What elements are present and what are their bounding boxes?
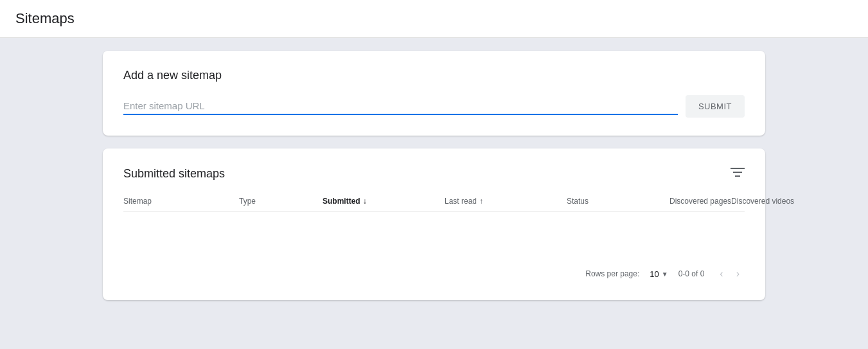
submitted-sort-desc-icon: ↓ (363, 197, 367, 206)
add-sitemap-form: SUBMIT (123, 95, 745, 118)
page-title: Sitemaps (15, 10, 75, 27)
pagination-next-button[interactable]: › (731, 265, 745, 282)
col-type[interactable]: Type (239, 197, 323, 206)
card-header-row: Submitted sitemaps (123, 166, 745, 181)
submit-button[interactable]: SUBMIT (686, 95, 745, 118)
rows-per-page-dropdown-icon: ▼ (662, 271, 668, 278)
add-sitemap-title: Add a new sitemap (123, 69, 745, 82)
last-read-sort-asc-icon: ↑ (479, 197, 483, 206)
page-wrapper: Sitemaps Add a new sitemap SUBMIT Submit… (0, 0, 868, 349)
col-discovered-videos-label: Discovered videos (731, 197, 794, 206)
col-submitted-label: Submitted (323, 197, 360, 206)
col-last-read-label: Last read (445, 197, 477, 206)
col-last-read[interactable]: Last read ↑ (445, 197, 567, 206)
col-discovered-pages[interactable]: Discovered pages (669, 197, 731, 206)
col-submitted[interactable]: Submitted ↓ (323, 197, 445, 206)
table-footer: Rows per page: 10 ▼ 0-0 of 0 ‹ › (123, 258, 745, 282)
rows-per-page-select[interactable]: 10 ▼ (650, 269, 668, 279)
table-header: Sitemap Type Submitted ↓ Last read ↑ (123, 192, 745, 211)
pagination-info: 0-0 of 0 (678, 269, 705, 278)
filter-icon[interactable] (731, 166, 745, 181)
page-content: Add a new sitemap SUBMIT Submitted sitem… (0, 38, 868, 349)
add-sitemap-card: Add a new sitemap SUBMIT (103, 51, 765, 136)
submitted-sitemaps-title: Submitted sitemaps (123, 167, 225, 181)
col-status-label: Status (567, 197, 589, 206)
table-body (123, 214, 745, 253)
page-header: Sitemaps (0, 0, 868, 38)
col-type-label: Type (239, 197, 256, 206)
col-discovered-videos[interactable]: Discovered videos (731, 197, 794, 206)
pagination-buttons: ‹ › (714, 265, 745, 282)
sitemap-url-input[interactable] (123, 98, 678, 115)
col-sitemap-label: Sitemap (123, 197, 152, 206)
sitemap-input-wrapper (123, 98, 678, 115)
rows-per-page-label: Rows per page: (585, 269, 639, 278)
col-status[interactable]: Status (567, 197, 669, 206)
pagination-prev-button[interactable]: ‹ (714, 265, 728, 282)
col-sitemap[interactable]: Sitemap (123, 197, 239, 206)
sitemaps-table: Sitemap Type Submitted ↓ Last read ↑ (123, 192, 745, 282)
col-discovered-pages-label: Discovered pages (669, 197, 731, 206)
submitted-sitemaps-card: Submitted sitemaps Sitemap (103, 148, 765, 300)
rows-per-page-value: 10 (650, 269, 659, 279)
